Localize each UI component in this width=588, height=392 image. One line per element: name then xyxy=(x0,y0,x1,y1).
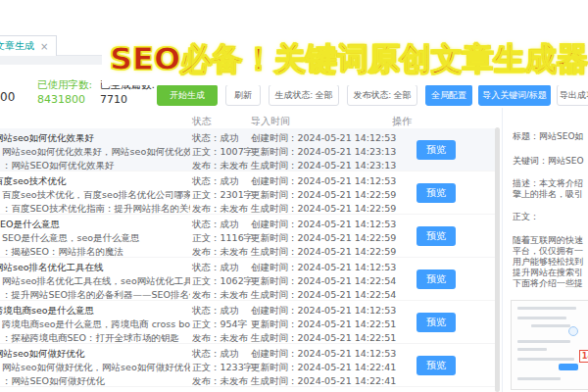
step-badge: 14 xyxy=(579,350,588,363)
used-words-value: 8431800 xyxy=(37,93,85,106)
preview-text-line: 描述：本文将介绍 xyxy=(513,178,588,189)
row-word-count: 正文：1062字 xyxy=(192,275,253,288)
row-keyword: 百度seo技术优化 xyxy=(0,175,182,188)
preview-text-line: 正文： xyxy=(513,212,588,222)
row-created-time: 创建时间：2024-05-21 14:12:53 xyxy=(251,132,396,145)
preview-text-line: 提升网站在搜索引 xyxy=(513,268,588,278)
column-header-status: 状态 xyxy=(192,115,212,128)
preview-text-line: 平台，仅仅拥有一 xyxy=(513,246,588,257)
row-title: 网站seo排名优化工具在线，seo网站优化工具大全 xyxy=(2,275,190,288)
table-row: 网站seo如何优化效果好 网站seo如何优化效果好，网站seo如何优化效果好些 … xyxy=(0,128,495,172)
preview-button[interactable]: 预览 xyxy=(416,270,456,289)
row-word-count: 正文：1007字 xyxy=(192,146,253,159)
row-title: 网站seo如何优化效果好，网站seo如何优化效果好些 xyxy=(2,146,190,159)
row-status: 状态：成功 xyxy=(192,305,239,318)
stat-partial-value: 00 xyxy=(0,90,15,104)
row-keyword: 网站seo如何做好优化 xyxy=(0,348,182,361)
refresh-button[interactable]: 刷新 xyxy=(225,84,261,106)
article-table: 网站seo如何优化效果好 网站seo如何优化效果好，网站seo如何优化效果好些 … xyxy=(0,128,495,387)
preview-button[interactable]: 预览 xyxy=(416,183,456,203)
overlay-banner-title: SEO必备！关键词原创文章生成器（TDK自动 xyxy=(102,36,588,85)
column-header-import-time: 导入时间 xyxy=(251,115,290,128)
preview-text-line: 关键词：网站SEO xyxy=(513,156,588,167)
table-row: 跨境电商seo是什么意思 跨境电商seo是什么意思，跨境电商 cross bor… xyxy=(0,301,495,344)
row-keyword: 网站seo排名优化工具在线 xyxy=(0,262,182,274)
row-status: 状态：成功 xyxy=(192,348,239,361)
row-updated-time: 更新时间：2024-05-21 14:22:51 xyxy=(251,318,396,331)
table-row: 网站seo排名优化工具在线 网站seo排名优化工具在线，seo网站优化工具大全 … xyxy=(0,258,495,301)
row-status: 状态：成功 xyxy=(192,262,239,274)
generate-status-select[interactable]: 生成状态: 全部 xyxy=(269,84,339,106)
table-row: 百度seo技术优化 百度seo技术优化，百度seo排名优化公司哪家好 ：百度SE… xyxy=(0,172,495,215)
export-success-button[interactable]: 导出成功文章 xyxy=(557,84,588,106)
row-created-time: 创建时间：2024-05-21 14:12:53 xyxy=(251,348,396,361)
preview-button[interactable]: 预览 xyxy=(416,356,456,375)
preview-text: 标题：网站SEO如关键词：网站SEO描述：本文将介绍擎上的排名，吸引正文：随着互… xyxy=(513,131,588,289)
tab-label: 文章生成 xyxy=(0,39,34,53)
row-created-time: 创建时间：2024-05-21 14:12:53 xyxy=(251,305,396,318)
preview-text-line: 随着互联网的快速 xyxy=(513,235,588,246)
publish-status-select[interactable]: 发布状态: 全部 xyxy=(347,84,417,106)
start-generate-button[interactable]: 开始生成 xyxy=(157,84,218,106)
preview-panel: 标题：网站SEO如关键词：网站SEO描述：本文将介绍擎上的排名，吸引正文：随着互… xyxy=(502,108,588,392)
global-config-button[interactable]: 全局配置 xyxy=(425,84,472,106)
table-row: 网站seo如何做好优化 网站seo如何做好优化，网站seo如何做好优化策略 ：网… xyxy=(0,344,495,387)
row-created-time: 创建时间：2024-05-21 14:12:53 xyxy=(251,262,396,274)
column-header-action: 操作 xyxy=(392,115,412,128)
generated-count-value: 7710 xyxy=(100,93,127,106)
row-status: 状态：成功 xyxy=(192,132,239,145)
cloud-icon xyxy=(568,326,578,336)
row-status: 状态：成功 xyxy=(192,175,239,188)
row-word-count: 正文：1233字 xyxy=(192,362,253,374)
preview-text-line: 擎上的排名，吸引 xyxy=(513,189,588,200)
row-updated-time: 更新时间：2024-05-21 14:22:54 xyxy=(251,275,396,288)
preview-text-line: 下面将介绍一些提 xyxy=(513,278,588,289)
preview-button[interactable]: 预览 xyxy=(416,313,456,332)
preview-thumbnail: 14 xyxy=(511,300,588,390)
row-keyword: 网站seo如何优化效果好 xyxy=(0,132,182,145)
used-words-label: 已使用字数: xyxy=(37,78,92,92)
row-title: 跨境电商seo是什么意思，跨境电商 cross border xyxy=(2,318,190,331)
row-created-time: 创建时间：2024-05-21 14:12:53 xyxy=(251,175,396,188)
preview-button[interactable]: 预览 xyxy=(416,226,456,246)
import-keywords-button[interactable]: 导入关键词/标题 xyxy=(478,84,551,106)
tab-article-generation[interactable]: 文章生成 × xyxy=(0,35,57,56)
row-title: 网站seo如何做好优化，网站seo如何做好优化策略 xyxy=(2,362,190,374)
row-updated-time: 更新时间：2024-05-21 14:22:59 xyxy=(251,232,396,245)
table-row: SEO是什么意思 SEO是什么意思，seo是什么意思 ：揭秘SEO：网站排名的魔… xyxy=(0,215,495,258)
close-icon[interactable]: × xyxy=(40,41,48,52)
row-word-count: 正文：2301字 xyxy=(192,189,253,202)
row-updated-time: 更新时间：2024-05-21 14:22:41 xyxy=(251,362,396,374)
row-word-count: 正文：1116字 xyxy=(192,232,253,245)
row-status: 状态：成功 xyxy=(192,219,239,231)
app-window: 文章生成 × SEO必备！关键词原创文章生成器（TDK自动 00 已使用字数: … xyxy=(0,0,588,392)
row-publish-status: 发布：未发布 xyxy=(192,375,248,388)
row-title: SEO是什么意思，seo是什么意思 xyxy=(2,232,190,245)
row-description: ：网站SEO如何做好优化 xyxy=(2,375,190,388)
row-updated-time: 更新时间：2024-05-21 14:22:59 xyxy=(251,189,396,202)
preview-button[interactable]: 预览 xyxy=(416,140,456,160)
row-generated-time: 生成时间：2024-05-21 14:22:41 xyxy=(251,375,396,388)
vertical-scrollbar[interactable] xyxy=(495,127,500,392)
row-keyword: 跨境电商seo是什么意思 xyxy=(0,305,182,318)
preview-text-line: 标题：网站SEO如 xyxy=(513,131,588,142)
thumbnail-blue-button xyxy=(559,364,578,370)
row-word-count: 正文：954字 xyxy=(192,318,247,331)
row-keyword: SEO是什么意思 xyxy=(0,219,182,231)
row-created-time: 创建时间：2024-05-21 14:12:53 xyxy=(251,219,396,231)
preview-text-line: 用户能够轻松找到 xyxy=(513,257,588,268)
row-title: 百度seo技术优化，百度seo排名优化公司哪家好 xyxy=(2,189,190,202)
row-updated-time: 更新时间：2024-05-21 14:23:13 xyxy=(251,146,396,159)
